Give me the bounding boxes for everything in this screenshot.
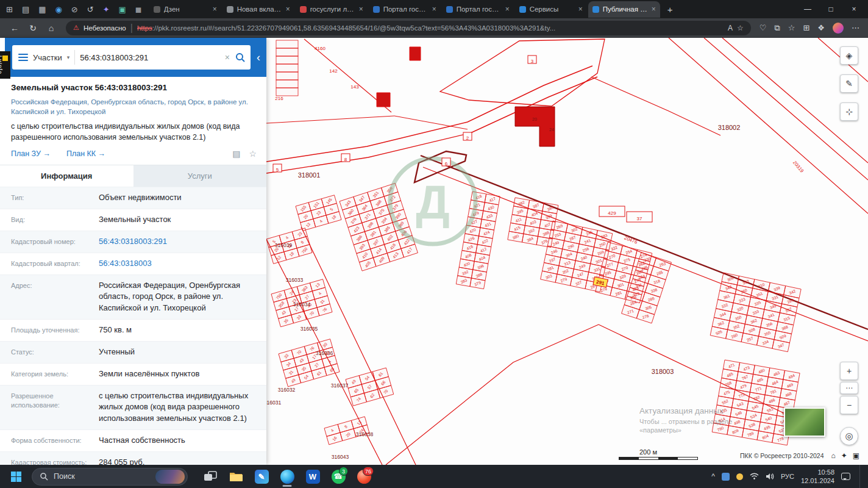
language-indicator[interactable]: РУС	[781, 473, 794, 480]
divider	[74, 50, 75, 65]
notifications-app-button[interactable]: 76	[351, 465, 377, 488]
tab-public-cadastral-map[interactable]: Публичная ка...×	[588, 1, 660, 18]
tab-gosuslugi[interactable]: госуслуги лич...×	[296, 2, 368, 16]
read-aloud-icon[interactable]: A	[728, 24, 733, 32]
profile-avatar[interactable]	[833, 23, 844, 34]
volume-icon[interactable]	[766, 473, 774, 480]
cadastral-quarter-link[interactable]: 56:43:0318003	[99, 258, 257, 270]
close-button[interactable]: ×	[842, 0, 866, 18]
taskbar-search[interactable]: Поиск	[32, 468, 188, 486]
maximize-button[interactable]: □	[819, 0, 842, 18]
close-tab-icon[interactable]: ×	[652, 5, 656, 13]
close-tab-icon[interactable]: ×	[359, 5, 363, 13]
tab-portal-1[interactable]: Портал госуда...×	[369, 2, 441, 16]
pin-icon[interactable]: ✦	[841, 451, 847, 460]
file-explorer-button[interactable]	[223, 465, 249, 488]
home-button[interactable]: ⌂	[43, 20, 60, 36]
close-tab-icon[interactable]: ×	[505, 5, 510, 13]
preview-icon[interactable]: ▤	[232, 149, 240, 159]
close-tab-icon[interactable]: ×	[286, 5, 290, 13]
history-icon[interactable]: ↺	[87, 5, 94, 13]
plan-zu-link[interactable]: План ЗУ →	[11, 149, 51, 158]
coordinates-button[interactable]: ⊹	[840, 102, 858, 121]
back-button[interactable]: ←	[6, 20, 23, 36]
cadastral-number-link[interactable]: 56:43:0318003:291	[99, 236, 257, 248]
sparkle-icon[interactable]: ✦	[103, 5, 110, 13]
tab-servisy[interactable]: Сервисы×	[515, 2, 587, 16]
taskbar-clock[interactable]: 10:58 12.01.2024	[801, 468, 834, 486]
extensions-icon[interactable]: ❖	[817, 23, 825, 32]
gallery-icon[interactable]: ▣	[119, 5, 126, 13]
word-button[interactable]: W	[300, 465, 326, 488]
zoom-in-button[interactable]: +	[840, 362, 858, 380]
vertical-tabs-icon[interactable]: ⊞	[6, 5, 13, 13]
paint-app-button[interactable]: ✎	[249, 465, 274, 488]
search-bar[interactable]: Участки ▾ ×	[12, 45, 251, 70]
favorites-bar-icon[interactable]: ☆	[788, 23, 795, 32]
edge-taskbar-button[interactable]	[274, 465, 300, 488]
cadastral-map[interactable]: 3433473513563603643683723763713753794233…	[266, 38, 868, 465]
security-label[interactable]: Небезопасно	[84, 24, 126, 32]
svg-text:20476: 20476	[624, 235, 639, 245]
collapse-panel-icon[interactable]: ‹	[257, 51, 260, 64]
new-tab-button[interactable]: +	[661, 4, 679, 15]
layers-button[interactable]: ◈	[840, 46, 858, 65]
url-scheme: https	[137, 24, 152, 32]
blocked-icon[interactable]: ⊘	[71, 5, 78, 13]
search-input[interactable]	[80, 53, 220, 62]
task-view-button[interactable]	[197, 465, 223, 488]
home-icon[interactable]: ⌂	[831, 451, 836, 460]
frame-icon[interactable]: ▣	[853, 451, 859, 460]
collections-icon[interactable]: ⊞	[803, 23, 809, 32]
chevron-down-icon[interactable]: ▾	[67, 54, 70, 60]
tray-app-icon[interactable]	[722, 473, 730, 481]
wifi-icon[interactable]	[750, 473, 759, 480]
svg-text:316034: 316034	[293, 301, 311, 307]
clear-search-icon[interactable]: ×	[225, 52, 230, 62]
close-tab-icon[interactable]: ×	[578, 5, 583, 13]
close-tab-icon[interactable]: ×	[432, 5, 436, 13]
svg-text:24: 24	[549, 127, 554, 132]
minimize-button[interactable]: —	[796, 0, 819, 18]
page-content: LuInfo Участки ▾ × ‹ Земельный участок 5…	[0, 38, 868, 465]
security-warning-icon[interactable]: ⚠	[73, 24, 79, 32]
tab-new[interactable]: Новая вкладка×	[222, 2, 294, 16]
menu-icon[interactable]	[18, 54, 28, 61]
url-text[interactable]: https://pkk.rosreestr.ru/#/search/51.223…	[137, 24, 724, 32]
start-button[interactable]	[4, 465, 28, 488]
star-icon[interactable]: ☆	[249, 149, 257, 159]
svg-text:316031: 316031	[266, 400, 281, 406]
whatsapp-button[interactable]: ☎ 3	[326, 465, 351, 488]
satellite-thumbnail[interactable]	[784, 407, 825, 437]
system-tray: ^ РУС 10:58 12.01.2024	[711, 465, 864, 488]
refresh-button[interactable]: ↻	[24, 20, 41, 36]
tab-dzen[interactable]: Дзен×	[149, 2, 221, 16]
zoom-more-button[interactable]: ⋯	[840, 382, 858, 394]
zoom-out-button[interactable]: −	[840, 396, 858, 414]
search-category[interactable]: Участки	[33, 53, 62, 62]
svg-text:20319: 20319	[792, 160, 805, 174]
measure-button[interactable]: ✎	[840, 74, 858, 93]
tab-services[interactable]: Услуги	[133, 165, 267, 187]
plan-kk-link[interactable]: План КК →	[66, 149, 105, 158]
search-icon[interactable]	[235, 52, 246, 63]
favorite-star-icon[interactable]: ☆	[737, 24, 744, 32]
edge-logo-icon[interactable]: ◉	[55, 5, 62, 13]
address-bar[interactable]: ⚠ Небезопасно | https://pkk.rosreestr.ru…	[66, 21, 751, 35]
search-highlight-image[interactable]	[155, 470, 185, 484]
close-tab-icon[interactable]: ×	[213, 5, 217, 13]
hidden-icons-chevron[interactable]: ^	[711, 472, 715, 481]
tab-information[interactable]: Информация	[0, 165, 133, 187]
split-screen-icon[interactable]: ⧉	[774, 23, 780, 33]
workspace-icon[interactable]: ▤	[22, 5, 29, 13]
notebook-icon[interactable]: ▦	[38, 5, 46, 13]
square-icon[interactable]: ◼	[135, 5, 142, 13]
show-desktop-button[interactable]	[859, 465, 862, 488]
notification-center-icon[interactable]	[841, 473, 850, 480]
windows-logo-icon	[11, 472, 21, 482]
locate-button[interactable]: ◎	[840, 427, 858, 445]
tray-status-icon[interactable]	[736, 473, 743, 480]
tab-portal-2[interactable]: Портал госуда...×	[442, 2, 514, 16]
browser-essentials-icon[interactable]: ♡	[760, 23, 767, 32]
side-extension-ribbon[interactable]: LuInfo	[0, 51, 10, 79]
